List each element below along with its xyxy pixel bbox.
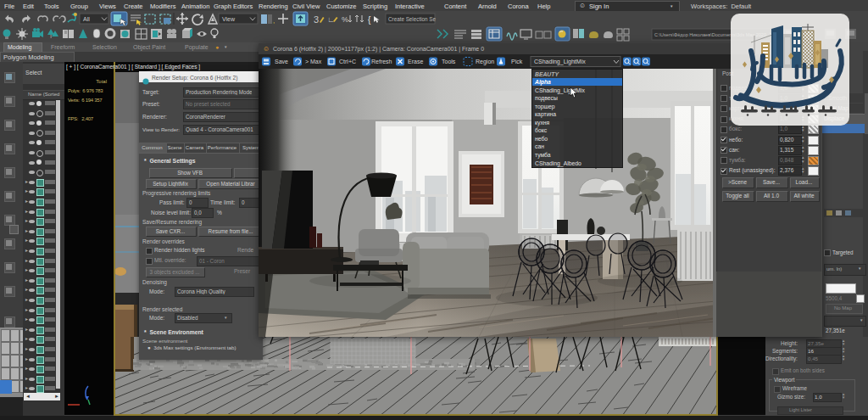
svg-text:Region: Region: [476, 59, 494, 65]
svg-text:3: 3: [314, 14, 319, 25]
svg-text:Pick: Pick: [511, 59, 523, 64]
svg-text:∟: ∟: [327, 15, 335, 24]
svg-text:Create Selection Se: Create Selection Se: [388, 16, 437, 22]
svg-text:{: {: [368, 15, 371, 25]
svg-text:CShading_LightMix: CShading_LightMix: [534, 59, 586, 65]
svg-text:Refresh: Refresh: [371, 59, 392, 64]
svg-text:Erase: Erase: [408, 59, 423, 64]
svg-text:Tools: Tools: [442, 59, 456, 64]
svg-text:Save: Save: [275, 59, 288, 64]
svg-text:%: %: [342, 15, 348, 24]
svg-text:,: ,: [273, 17, 275, 25]
svg-text:> Max: > Max: [305, 59, 322, 64]
svg-text:All: All: [83, 16, 90, 22]
svg-text:Ctrl+C: Ctrl+C: [339, 59, 356, 64]
svg-text:View: View: [222, 16, 236, 22]
